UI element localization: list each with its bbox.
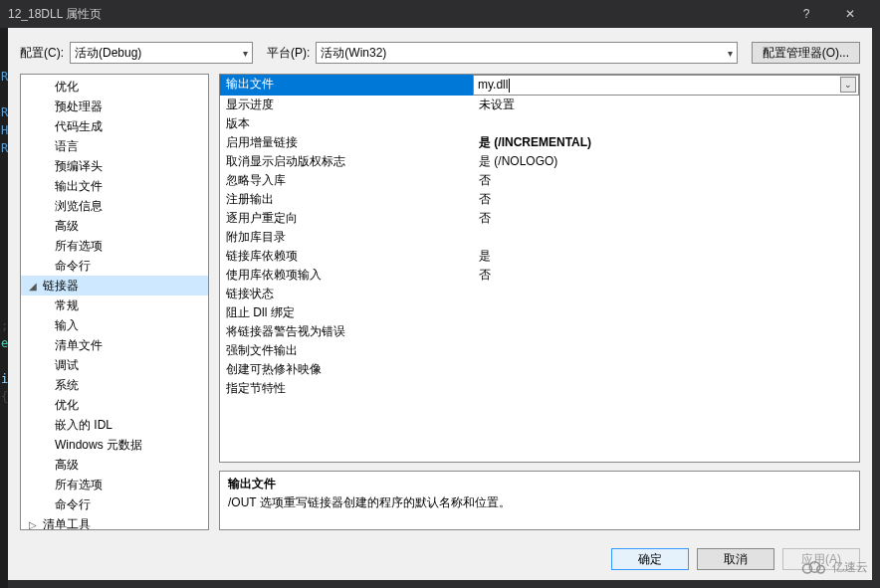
tree-item-label: Windows 元数据 [55, 438, 142, 452]
tree-item[interactable]: 输出文件 [21, 176, 208, 196]
help-button[interactable]: ? [784, 0, 828, 28]
grid-cell-name: 注册输出 [220, 190, 473, 209]
chevron-down-icon[interactable]: ⌄ [840, 77, 856, 93]
grid-row[interactable]: 输出文件my.dll⌄ [220, 75, 859, 96]
grid-cell-value: 未设置 [473, 96, 859, 114]
tree-item[interactable]: Windows 元数据 [21, 435, 208, 455]
grid-row[interactable]: 启用增量链接是 (/INCREMENTAL) [220, 133, 859, 152]
ok-button[interactable]: 确定 [611, 548, 689, 570]
grid-cell-name: 忽略导入库 [220, 171, 473, 190]
tree-item-label: 语言 [55, 139, 79, 153]
grid-row[interactable]: 链接状态 [220, 285, 859, 303]
grid-cell-value[interactable]: my.dll⌄ [473, 75, 859, 96]
tree-item-label: 输入 [55, 318, 79, 332]
grid-row[interactable]: 版本 [220, 114, 859, 133]
close-button[interactable]: ✕ [828, 0, 872, 28]
grid-cell-name: 创建可热修补映像 [220, 360, 473, 379]
tree-item[interactable]: 常规 [21, 295, 208, 315]
tree-item[interactable]: 预编译头 [21, 156, 208, 176]
property-grid[interactable]: 输出文件my.dll⌄显示进度未设置版本启用增量链接是 (/INCREMENTA… [219, 74, 860, 463]
tree-item[interactable]: 输入 [21, 315, 208, 335]
grid-row[interactable]: 指定节特性 [220, 379, 859, 398]
property-tree[interactable]: 优化预处理器代码生成语言预编译头输出文件浏览信息高级所有选项命令行◢链接器常规输… [20, 74, 209, 530]
grid-cell-value: 是 (/NOLOGO) [473, 152, 859, 171]
tree-item-label: 预处理器 [55, 99, 103, 113]
cloud-icon [798, 558, 828, 576]
tree-item[interactable]: 系统 [21, 375, 208, 395]
tree-item[interactable]: 清单文件 [21, 335, 208, 355]
grid-row[interactable]: 忽略导入库否 [220, 171, 859, 190]
tree-item-label: 命令行 [55, 259, 91, 273]
grid-cell-name: 阻止 Dll 绑定 [220, 303, 473, 322]
grid-cell-value: 否 [473, 266, 859, 285]
tree-item[interactable]: ◢链接器 [21, 276, 208, 295]
description-text: /OUT 选项重写链接器创建的程序的默认名称和位置。 [228, 494, 851, 511]
grid-row[interactable]: 附加库目录 [220, 228, 859, 247]
editor-gutter: R R H R ; e i { [0, 28, 8, 588]
text-caret [509, 79, 510, 93]
tree-item[interactable]: 优化 [21, 77, 208, 97]
description-panel: 输出文件 /OUT 选项重写链接器创建的程序的默认名称和位置。 [219, 471, 860, 530]
chevron-down-icon: ▾ [243, 48, 248, 59]
tree-item[interactable]: 命令行 [21, 256, 208, 276]
tree-item[interactable]: ▷清单工具 [21, 514, 208, 530]
tree-item[interactable]: 代码生成 [21, 116, 208, 136]
watermark: 亿速云 [798, 558, 868, 576]
tree-item-label: 命令行 [55, 497, 91, 511]
tree-item-label: 优化 [55, 398, 79, 412]
tree-item[interactable]: 嵌入的 IDL [21, 415, 208, 435]
tree-item-label: 清单工具 [43, 517, 91, 530]
grid-row[interactable]: 使用库依赖项输入否 [220, 266, 859, 285]
config-manager-button[interactable]: 配置管理器(O)... [752, 42, 860, 64]
tree-item-label: 嵌入的 IDL [55, 418, 112, 432]
config-label: 配置(C): [20, 45, 64, 62]
tree-item[interactable]: 所有选项 [21, 236, 208, 256]
grid-row[interactable]: 强制文件输出 [220, 341, 859, 360]
grid-cell-name: 取消显示启动版权标志 [220, 152, 473, 171]
tree-item-label: 清单文件 [55, 338, 103, 352]
grid-row[interactable]: 注册输出否 [220, 190, 859, 209]
tree-item-label: 输出文件 [55, 179, 103, 193]
grid-row[interactable]: 取消显示启动版权标志是 (/NOLOGO) [220, 152, 859, 171]
platform-combo[interactable]: 活动(Win32) ▾ [316, 42, 738, 64]
tree-item[interactable]: 优化 [21, 395, 208, 415]
tree-item-label: 预编译头 [55, 159, 103, 173]
grid-cell-value [473, 360, 859, 379]
grid-cell-value [473, 341, 859, 360]
grid-row[interactable]: 逐用户重定向否 [220, 209, 859, 228]
tree-item-label: 调试 [55, 358, 79, 372]
grid-cell-value [473, 285, 859, 303]
grid-cell-name: 输出文件 [220, 75, 473, 96]
tree-expander-icon[interactable]: ◢ [29, 278, 39, 295]
grid-cell-name: 链接库依赖项 [220, 247, 473, 266]
grid-row[interactable]: 链接库依赖项是 [220, 247, 859, 266]
tree-item[interactable]: 高级 [21, 455, 208, 475]
grid-cell-name: 将链接器警告视为错误 [220, 322, 473, 341]
tree-item[interactable]: 浏览信息 [21, 196, 208, 216]
tree-item-label: 高级 [55, 219, 79, 233]
tree-expander-icon[interactable]: ▷ [29, 516, 39, 530]
tree-item[interactable]: 高级 [21, 216, 208, 236]
grid-cell-value [473, 303, 859, 322]
tree-item-label: 代码生成 [55, 119, 103, 133]
grid-row[interactable]: 阻止 Dll 绑定 [220, 303, 859, 322]
grid-row[interactable]: 显示进度未设置 [220, 96, 859, 114]
tree-item[interactable]: 所有选项 [21, 475, 208, 494]
tree-item[interactable]: 语言 [21, 136, 208, 156]
tree-item[interactable]: 预处理器 [21, 97, 208, 116]
tree-item-label: 所有选项 [55, 478, 103, 491]
tree-item[interactable]: 命令行 [21, 494, 208, 514]
grid-row[interactable]: 将链接器警告视为错误 [220, 322, 859, 341]
cancel-button[interactable]: 取消 [697, 548, 774, 570]
tree-item-label: 系统 [55, 378, 79, 392]
grid-cell-name: 显示进度 [220, 96, 473, 114]
tree-item-label: 浏览信息 [55, 199, 103, 213]
tree-item[interactable]: 调试 [21, 355, 208, 375]
config-combo[interactable]: 活动(Debug) ▾ [70, 42, 253, 64]
description-title: 输出文件 [228, 476, 851, 492]
grid-cell-name: 链接状态 [220, 285, 473, 303]
window-title: 12_18DLL 属性页 [8, 6, 784, 23]
tree-item-label: 常规 [55, 298, 79, 312]
grid-cell-name: 版本 [220, 114, 473, 133]
grid-row[interactable]: 创建可热修补映像 [220, 360, 859, 379]
